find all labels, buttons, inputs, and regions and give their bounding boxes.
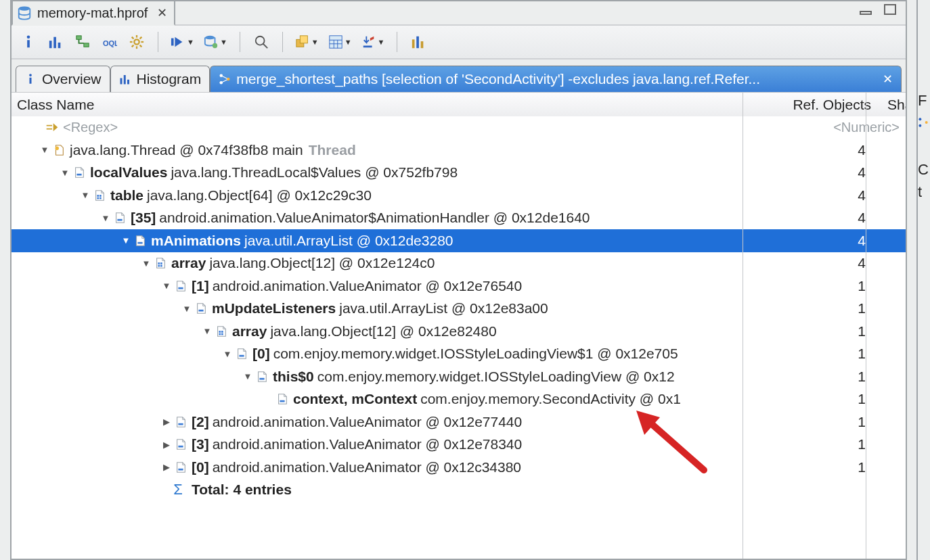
field-name: [35]	[131, 210, 156, 226]
field-name: mAnimations	[151, 233, 241, 249]
expand-toggle[interactable]: ▼	[79, 190, 91, 200]
minimize-icon[interactable]	[860, 4, 873, 20]
file-tab[interactable]: memory-mat.hprof ✕	[12, 0, 175, 26]
close-icon[interactable]: ✕	[157, 5, 167, 20]
ref-objects-value: 1	[743, 414, 874, 430]
maximize-icon[interactable]	[884, 4, 898, 20]
toolbar-separator	[397, 32, 397, 52]
svg-rect-36	[30, 78, 32, 84]
tree-row[interactable]: ΣTotal: 4 entries	[12, 479, 906, 502]
svg-point-22	[213, 43, 217, 48]
object-ref: com.enjoy.memory.SecondActivity @ 0x1	[420, 391, 681, 407]
svg-rect-7	[58, 43, 61, 48]
svg-rect-52	[160, 262, 162, 264]
oql-icon[interactable]: OQL	[101, 33, 118, 51]
object-ref: android.animation.ValueAnimator @ 0x12e7…	[213, 436, 523, 452]
ref-objects-value: 4	[743, 164, 874, 181]
tree-row[interactable]: ▼arrayjava.lang.Object[12] @ 0x12e124c04	[12, 252, 906, 275]
expand-toggle[interactable]: ▼	[221, 349, 234, 359]
tree-row[interactable]: ▼tablejava.lang.Object[64] @ 0x12c29c304	[12, 184, 906, 207]
tree-row[interactable]: ▶[0]android.animation.ValueAnimator @ 0x…	[12, 456, 906, 479]
object-array-icon	[215, 325, 228, 338]
column-divider[interactable]	[743, 92, 743, 559]
field-name: mUpdateListeners	[212, 300, 336, 317]
tree-row[interactable]: ▶[2]android.animation.ValueAnimator @ 0x…	[12, 411, 906, 434]
info-icon[interactable]	[20, 33, 37, 51]
expand-toggle[interactable]: ▼	[39, 145, 51, 155]
run-dropdown[interactable]: ▼	[171, 34, 194, 49]
svg-point-3	[27, 35, 30, 39]
type-hint: Thread	[309, 142, 356, 158]
object-ref: java.lang.Object[12] @ 0x12e82480	[270, 323, 496, 340]
column-divider[interactable]	[866, 92, 866, 559]
column-class-name[interactable]: Class Name	[12, 97, 748, 113]
tree-row[interactable]: ▼[35]android.animation.ValueAnimator$Ani…	[12, 207, 906, 230]
tab-merge-shortest-paths[interactable]: merge_shortest_paths [selection of 'Seco…	[210, 66, 902, 92]
svg-rect-63	[280, 400, 284, 402]
close-icon[interactable]: ✕	[883, 72, 893, 87]
svg-point-68	[918, 124, 921, 127]
group-dropdown[interactable]: ▼	[295, 34, 319, 49]
tab-histogram[interactable]: Histogram	[110, 66, 211, 92]
svg-rect-64	[178, 423, 183, 425]
svg-rect-50	[137, 242, 142, 244]
svg-rect-32	[412, 39, 415, 48]
expand-toggle[interactable]: ▼	[99, 213, 112, 223]
tree-row[interactable]: ▼this$0com.enjoy.memory.widget.IOSStyleL…	[12, 365, 906, 388]
expand-toggle[interactable]: ▶	[160, 462, 173, 472]
toolbar-separator	[158, 32, 158, 52]
svg-rect-44	[76, 174, 81, 176]
svg-rect-55	[178, 287, 183, 289]
expand-toggle[interactable]: ▼	[181, 304, 193, 314]
tree-row[interactable]: ▼[0]com.enjoy.memory.widget.IOSStyleLoad…	[12, 343, 906, 366]
object-ref: com.enjoy.memory.widget.IOSStyleLoadingV…	[317, 369, 675, 385]
export-dropdown[interactable]: ▼	[361, 34, 385, 49]
tree-row[interactable]: ▶[3]android.animation.ValueAnimator @ 0x…	[12, 434, 906, 457]
expand-toggle[interactable]: ▶	[160, 440, 173, 450]
expand-toggle[interactable]: ▼	[140, 258, 152, 269]
tree-row[interactable]: ▼mAnimationsjava.util.ArrayList @ 0x12de…	[12, 229, 906, 252]
svg-rect-60	[221, 333, 223, 335]
adjacent-panel-edge: F C t	[916, 0, 930, 560]
svg-rect-59	[219, 333, 221, 335]
db-dropdown[interactable]: ▼	[204, 34, 227, 49]
tree-row[interactable]: ▼java.lang.Thread @ 0x74f38fb8 mainThrea…	[12, 139, 906, 162]
calc-dropdown[interactable]: ▼	[328, 34, 352, 49]
inner-tabs: Overview Histogram merge_shortest_paths …	[16, 65, 902, 92]
svg-point-43	[56, 146, 59, 149]
svg-line-19	[140, 37, 142, 39]
expand-toggle[interactable]: ▼	[59, 168, 71, 178]
tab-overview[interactable]: Overview	[16, 66, 110, 92]
compare-icon[interactable]	[409, 33, 427, 51]
column-ref-objects[interactable]: Ref. Objects	[748, 97, 878, 113]
object-icon	[255, 370, 269, 383]
tree-row[interactable]: ▼[1]android.animation.ValueAnimator @ 0x…	[12, 275, 906, 298]
object-icon	[174, 461, 187, 474]
svg-rect-5	[49, 41, 52, 48]
expand-toggle[interactable]: ▼	[242, 371, 254, 381]
search-icon[interactable]	[252, 33, 270, 51]
tree-row[interactable]: ▼arrayjava.lang.Object[12] @ 0x12e824801	[12, 320, 906, 343]
tree-row[interactable]: ▼localValuesjava.lang.ThreadLocal$Values…	[12, 162, 906, 185]
column-shallow[interactable]: Sha	[878, 97, 906, 113]
svg-rect-46	[99, 195, 102, 197]
svg-rect-6	[53, 37, 56, 48]
tree-row[interactable]: ▼mUpdateListenersjava.util.ArrayList @ 0…	[12, 298, 906, 321]
numeric-filter[interactable]: <Numeric>	[833, 120, 900, 135]
tab-label: merge_shortest_paths [selection of 'Seco…	[236, 71, 873, 87]
field-name: table	[110, 187, 143, 204]
file-tab-title: memory-mat.hprof	[37, 5, 148, 21]
expand-toggle[interactable]: ▶	[160, 417, 173, 427]
object-array-icon	[154, 256, 167, 270]
tree-row[interactable]: context, mContextcom.enjoy.memory.Second…	[12, 388, 906, 411]
database-icon	[17, 5, 32, 20]
tree-icon[interactable]	[74, 33, 91, 51]
svg-rect-51	[158, 262, 160, 264]
expand-toggle[interactable]: ▼	[201, 326, 213, 336]
object-icon	[72, 166, 86, 179]
regex-filter[interactable]: <Regex>	[63, 120, 118, 135]
gear-icon[interactable]	[128, 33, 146, 51]
expand-toggle[interactable]: ▼	[120, 235, 132, 246]
histogram-icon[interactable]	[47, 33, 64, 51]
expand-toggle[interactable]: ▼	[160, 281, 173, 291]
